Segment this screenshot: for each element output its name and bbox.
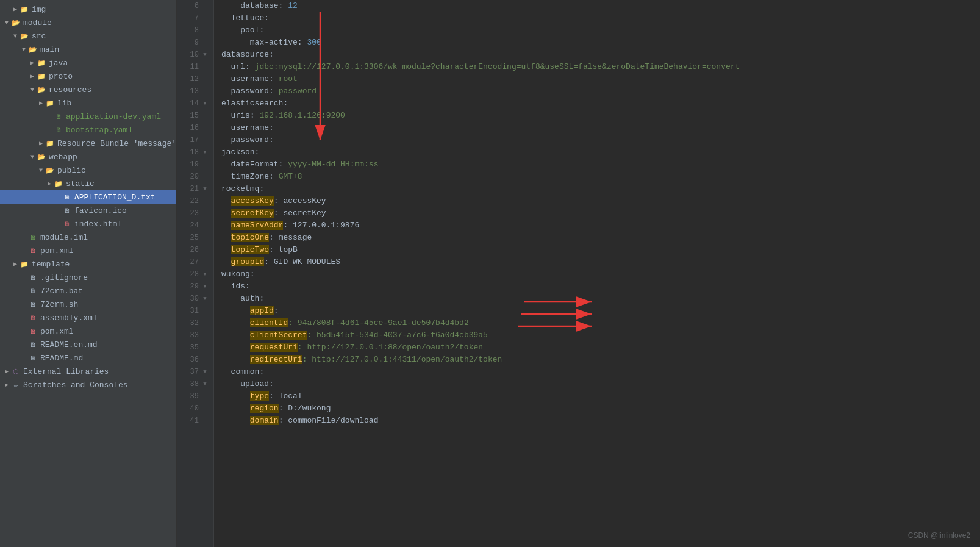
file-icon-gitignore: 🗎: [28, 273, 38, 282]
tree-item-gitignore[interactable]: 🗎 .gitignore: [0, 271, 176, 284]
tree-item-static[interactable]: ▶ 📁 static: [0, 177, 176, 190]
label-webapp: webapp: [49, 152, 77, 162]
tree-item-module-iml[interactable]: 🗎 module.iml: [0, 231, 176, 244]
fold-gutter-37[interactable]: ▼: [201, 366, 209, 378]
tree-item-scratches[interactable]: ▶ ✏ Scratches and Consoles: [0, 378, 176, 391]
code-line-6: database: 12: [221, 0, 973, 12]
code-line-27: groupId: GID_WK_MODULES: [221, 256, 973, 268]
arrow-webapp: ▼: [28, 152, 37, 161]
xml-icon-assembly: 🗎: [28, 313, 38, 323]
tree-item-favicon[interactable]: 🗎 favicon.ico: [0, 204, 176, 217]
arrow-index-html: [54, 220, 62, 228]
tree-item-proto[interactable]: ▶ 📁 proto: [0, 70, 176, 83]
line-num-21: 21▼: [182, 183, 209, 195]
code-line-10: datasource:: [221, 49, 973, 61]
tree-item-external-libraries[interactable]: ▶ ⬡ External Libraries: [0, 365, 176, 378]
tree-item-template[interactable]: ▶ 📁 template: [0, 257, 176, 271]
label-application-txt: APPLICATION_D.txt: [74, 193, 156, 202]
tree-item-main[interactable]: ▼ 📂 main: [0, 43, 176, 56]
folder-icon-resource-bundle: 📁: [45, 138, 55, 148]
label-lib: lib: [57, 99, 71, 108]
fold-gutter-10[interactable]: ▼: [201, 49, 209, 61]
code-line-16: username:: [221, 122, 973, 134]
fold-gutter-14[interactable]: ▼: [201, 98, 209, 110]
label-proto: proto: [49, 72, 73, 81]
code-line-30: auth:: [221, 293, 973, 305]
fold-gutter-30[interactable]: ▼: [201, 293, 209, 305]
line-num-12: 12: [182, 73, 209, 85]
tree-item-java[interactable]: ▶ 📁 java: [0, 56, 176, 70]
md-icon-readme: 🗎: [28, 353, 38, 363]
tree-item-public[interactable]: ▼ 📂 public: [0, 163, 176, 177]
label-public: public: [57, 166, 86, 175]
line-num-38: 38▼: [182, 378, 209, 390]
ico-icon: 🗎: [62, 206, 72, 215]
tree-item-resources[interactable]: ▼ 📂 resources: [0, 83, 176, 96]
tree-item-module-pom[interactable]: 🗎 pom.xml: [0, 244, 176, 257]
tree-item-72crm-bat[interactable]: 🗎 72crm.bat: [0, 284, 176, 298]
line-num-24: 24: [182, 220, 209, 232]
code-line-38: upload:: [221, 378, 973, 390]
bat-icon: 🗎: [28, 286, 38, 296]
label-readme-en: README.en.md: [40, 340, 98, 349]
line-num-23: 23: [182, 207, 209, 220]
tree-item-72crm-sh[interactable]: 🗎 72crm.sh: [0, 298, 176, 311]
fold-gutter-29[interactable]: ▼: [201, 281, 209, 293]
code-line-37: common:: [221, 366, 973, 378]
code-line-21: rocketmq:: [221, 183, 973, 195]
tree-item-resource-bundle[interactable]: ▶ 📁 Resource Bundle 'message': [0, 137, 176, 150]
arrow-proto: ▶: [28, 72, 37, 80]
label-bootstrap-yaml: bootstrap.yaml: [66, 126, 132, 135]
line-num-7: 7: [182, 12, 209, 24]
sh-icon: 🗎: [28, 299, 38, 309]
fold-gutter-38[interactable]: ▼: [201, 378, 209, 390]
tree-item-bootstrap-yaml[interactable]: 🗎 bootstrap.yaml: [0, 123, 176, 137]
line-num-14: 14▼: [182, 98, 209, 110]
tree-item-webapp[interactable]: ▼ 📂 webapp: [0, 150, 176, 163]
arrow-app-txt: [54, 193, 62, 201]
code-line-36: redirectUri: http://127.0.0.1:44311/open…: [221, 354, 973, 366]
tree-item-readme[interactable]: 🗎 README.md: [0, 351, 176, 365]
yaml-icon-app-dev: 🗎: [54, 112, 63, 121]
tree-item-root-pom[interactable]: 🗎 pom.xml: [0, 324, 176, 338]
tree-item-lib[interactable]: ▶ 📁 lib: [0, 96, 176, 110]
folder-icon-template: 📁: [20, 259, 29, 269]
code-scroll-area[interactable]: 678910▼11121314▼15161718▼192021▼22232425…: [177, 0, 980, 547]
fold-gutter-18[interactable]: ▼: [201, 146, 209, 159]
code-line-40: region: D:/wukong: [221, 402, 973, 415]
line-num-26: 26: [182, 244, 209, 256]
label-src: src: [32, 32, 46, 41]
code-line-39: type: local: [221, 390, 973, 402]
fold-gutter-28[interactable]: ▼: [201, 268, 209, 281]
code-line-12: username: root: [221, 73, 973, 85]
arrow-external-libraries: ▶: [2, 367, 11, 376]
code-line-7: lettuce:: [221, 12, 973, 24]
tree-item-index-html[interactable]: 🗎 index.html: [0, 217, 176, 231]
code-line-33: clientSecret: b5d5415f-534d-4037-a7c6-f6…: [221, 329, 973, 341]
tree-item-application-dev-yaml[interactable]: 🗎 application-dev.yaml: [0, 110, 176, 123]
line-num-27: 27: [182, 256, 209, 268]
tree-item-src[interactable]: ▼ 📂 src: [0, 29, 176, 43]
code-line-25: topicOne: message: [221, 232, 973, 244]
line-num-16: 16: [182, 122, 209, 134]
tree-item-img[interactable]: ▶ 📁 img: [0, 2, 176, 16]
arrow-template: ▶: [11, 260, 20, 268]
tree-item-application-txt[interactable]: 🗎 APPLICATION_D.txt: [0, 190, 176, 204]
tree-item-assembly-xml[interactable]: 🗎 assembly.xml: [0, 311, 176, 324]
fold-gutter-21[interactable]: ▼: [201, 183, 209, 195]
line-num-8: 8: [182, 24, 209, 37]
arrow-72crm-sh: [20, 300, 28, 309]
arrow-scratches: ▶: [2, 381, 11, 389]
label-gitignore: .gitignore: [40, 273, 88, 282]
tree-item-readme-en[interactable]: 🗎 README.en.md: [0, 338, 176, 351]
folder-icon-webapp: 📂: [37, 152, 46, 162]
tree-item-module[interactable]: ▼ 📂 module: [0, 16, 176, 29]
code-line-26: topicTwo: topB: [221, 244, 973, 256]
yaml-icon-bootstrap: 🗎: [54, 125, 63, 135]
file-tree[interactable]: ▶ 📁 img ▼ 📂 module ▼ 📂 src ▼ 📂 main ▶ 📁 …: [0, 0, 177, 547]
line-num-11: 11: [182, 61, 209, 73]
scratches-icon: ✏: [11, 380, 21, 390]
line-num-36: 36: [182, 354, 209, 366]
label-readme: README.md: [40, 354, 83, 363]
arrow-public: ▼: [37, 166, 45, 174]
